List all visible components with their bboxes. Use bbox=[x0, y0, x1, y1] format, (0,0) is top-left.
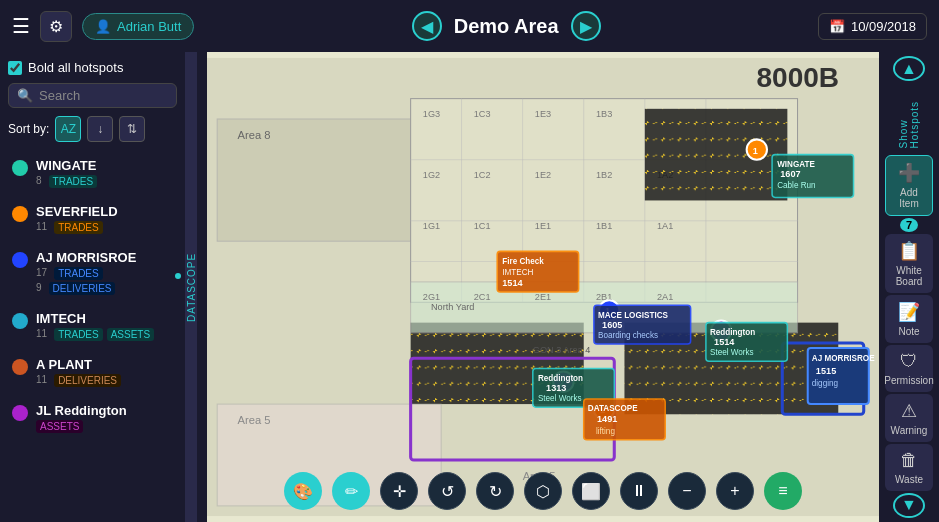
company-tag-ajmorrisroe-trades: TRADES bbox=[54, 267, 103, 280]
sort-label: Sort by: bbox=[8, 122, 49, 136]
zoom-out-button[interactable]: − bbox=[668, 472, 706, 510]
add-item-label: Add Item bbox=[890, 187, 928, 209]
zoom-in-button[interactable]: + bbox=[716, 472, 754, 510]
whiteboard-label: White Board bbox=[889, 265, 929, 287]
svg-text:Fire Check: Fire Check bbox=[502, 257, 544, 266]
svg-text:WINGATE: WINGATE bbox=[777, 160, 815, 169]
svg-text:1G3: 1G3 bbox=[423, 109, 440, 119]
user-label: Adrian Butt bbox=[117, 19, 181, 34]
svg-text:Boarding checks: Boarding checks bbox=[598, 331, 658, 340]
main-content: Bold all hotspots 🔍 Sort by: AZ ↓ ⇅ WING… bbox=[0, 52, 939, 522]
sidebar-scroll-indicator bbox=[175, 273, 181, 279]
permission-button[interactable]: 🛡 Permission bbox=[885, 345, 933, 392]
add-item-button[interactable]: ➕ Add Item bbox=[885, 155, 933, 216]
select-button[interactable]: ⬜ bbox=[572, 472, 610, 510]
copy-button[interactable]: ⬡ bbox=[524, 472, 562, 510]
redo-button[interactable]: ↻ bbox=[476, 472, 514, 510]
company-item-aplant[interactable]: A PLANT 11 DELIVERIES bbox=[8, 351, 177, 393]
user-button[interactable]: 👤 Adrian Butt bbox=[82, 13, 194, 40]
svg-text:2C1: 2C1 bbox=[474, 292, 491, 302]
company-tag-reddington-assets: ASSETS bbox=[36, 420, 83, 433]
svg-text:Steel Works: Steel Works bbox=[538, 394, 582, 403]
show-hotspots-label[interactable]: Show Hotspots bbox=[898, 83, 920, 152]
sort-login-button[interactable]: ↓ bbox=[87, 116, 113, 142]
palette-button[interactable]: 🎨 bbox=[284, 472, 322, 510]
bold-hotspots-row: Bold all hotspots bbox=[8, 60, 177, 75]
svg-text:1B1: 1B1 bbox=[596, 221, 612, 231]
pause-button[interactable]: ⏸ bbox=[620, 472, 658, 510]
svg-text:1E1: 1E1 bbox=[535, 221, 551, 231]
left-sidebar: Bold all hotspots 🔍 Sort by: AZ ↓ ⇅ WING… bbox=[0, 52, 185, 522]
svg-text:2G1: 2G1 bbox=[423, 292, 440, 302]
svg-text:1: 1 bbox=[753, 146, 758, 156]
search-box[interactable]: 🔍 bbox=[8, 83, 177, 108]
bold-hotspots-checkbox[interactable] bbox=[8, 61, 22, 75]
whiteboard-icon: 📋 bbox=[898, 240, 920, 262]
company-item-ajmorrisroe[interactable]: AJ MORRISROE 17 TRADES 9 DELIVERIES bbox=[8, 244, 177, 301]
note-label: Note bbox=[898, 326, 919, 337]
company-tag-trades: TRADES bbox=[49, 175, 98, 188]
nav-next-button[interactable]: ▶ bbox=[571, 11, 601, 41]
map-container[interactable]: 8000B Area 8 1G3 1C3 1E3 1B3 1G2 bbox=[207, 52, 879, 522]
nav-prev-button[interactable]: ◀ bbox=[412, 11, 442, 41]
svg-text:North Yard: North Yard bbox=[431, 302, 474, 312]
warning-icon: ⚠ bbox=[901, 400, 917, 422]
permission-label: Permission bbox=[884, 375, 933, 386]
draw-button[interactable]: ✏ bbox=[332, 472, 370, 510]
company-item-severfield[interactable]: SEVERFIELD 11 TRADES bbox=[8, 198, 177, 240]
sort-row: Sort by: AZ ↓ ⇅ bbox=[8, 116, 177, 142]
svg-text:1313: 1313 bbox=[546, 383, 566, 393]
waste-icon: 🗑 bbox=[900, 450, 918, 471]
svg-text:GON 3 Area 4: GON 3 Area 4 bbox=[533, 345, 591, 355]
move-button[interactable]: ✛ bbox=[380, 472, 418, 510]
company-dot-ajmorrisroe bbox=[12, 252, 28, 268]
plus-icon: ➕ bbox=[898, 162, 920, 184]
svg-text:DATASCOPE: DATASCOPE bbox=[588, 404, 638, 413]
svg-text:1B2: 1B2 bbox=[596, 170, 612, 180]
company-name-ajmorrisroe: AJ MORRISROE bbox=[36, 250, 136, 265]
svg-text:IMTECH: IMTECH bbox=[502, 268, 533, 277]
company-tag-severfield-trades: TRADES bbox=[54, 221, 103, 234]
company-name-aplant: A PLANT bbox=[36, 357, 121, 372]
map-toolbar: 🎨 ✏ ✛ ↺ ↻ ⬡ ⬜ ⏸ − + ≡ bbox=[284, 472, 802, 510]
menu-map-button[interactable]: ≡ bbox=[764, 472, 802, 510]
company-item-imtech[interactable]: IMTECH 11 TRADES ASSETS bbox=[8, 305, 177, 347]
svg-text:digging: digging bbox=[812, 379, 838, 388]
search-icon: 🔍 bbox=[17, 88, 33, 103]
settings-button[interactable]: ⚙ bbox=[40, 11, 72, 42]
scroll-down-button[interactable]: ▼ bbox=[893, 493, 925, 518]
sort-toggle-button[interactable]: ⇅ bbox=[119, 116, 145, 142]
sort-az-button[interactable]: AZ bbox=[55, 116, 81, 142]
waste-label: Waste bbox=[895, 474, 923, 485]
hotspot-badge: 7 bbox=[900, 218, 918, 232]
svg-text:1514: 1514 bbox=[714, 337, 735, 347]
header-center: ◀ Demo Area ▶ bbox=[412, 11, 601, 41]
svg-text:1G2: 1G2 bbox=[423, 170, 440, 180]
shield-icon: 🛡 bbox=[900, 351, 918, 372]
whiteboard-button[interactable]: 📋 White Board bbox=[885, 234, 933, 293]
search-input[interactable] bbox=[39, 88, 168, 103]
svg-text:1G1: 1G1 bbox=[423, 221, 440, 231]
header-left: ☰ ⚙ 👤 Adrian Butt bbox=[12, 11, 194, 42]
user-icon: 👤 bbox=[95, 19, 111, 34]
svg-text:1C3: 1C3 bbox=[474, 109, 491, 119]
waste-button[interactable]: 🗑 Waste bbox=[885, 444, 933, 491]
scroll-up-button[interactable]: ▲ bbox=[893, 56, 925, 81]
note-button[interactable]: 📝 Note bbox=[885, 295, 933, 343]
svg-text:Steel Works: Steel Works bbox=[710, 348, 754, 357]
company-item-wingate[interactable]: WINGATE 8 TRADES bbox=[8, 152, 177, 194]
company-name-imtech: IMTECH bbox=[36, 311, 154, 326]
company-tag-aplant-deliveries: DELIVERIES bbox=[54, 374, 121, 387]
company-dot-reddington bbox=[12, 405, 28, 421]
svg-text:AJ MORRISROE: AJ MORRISROE bbox=[812, 354, 875, 363]
company-item-reddington[interactable]: JL Reddington ASSETS bbox=[8, 397, 177, 439]
svg-text:1C2: 1C2 bbox=[474, 170, 491, 180]
company-name-severfield: SEVERFIELD bbox=[36, 204, 118, 219]
menu-icon[interactable]: ☰ bbox=[12, 14, 30, 38]
date-button[interactable]: 📅 10/09/2018 bbox=[818, 13, 927, 40]
undo-button[interactable]: ↺ bbox=[428, 472, 466, 510]
svg-text:Reddington: Reddington bbox=[710, 328, 755, 337]
warning-button[interactable]: ⚠ Warning bbox=[885, 394, 933, 442]
company-list: WINGATE 8 TRADES SEVERFIELD 11 TRADES bbox=[8, 152, 177, 439]
svg-text:Reddington: Reddington bbox=[538, 374, 583, 383]
